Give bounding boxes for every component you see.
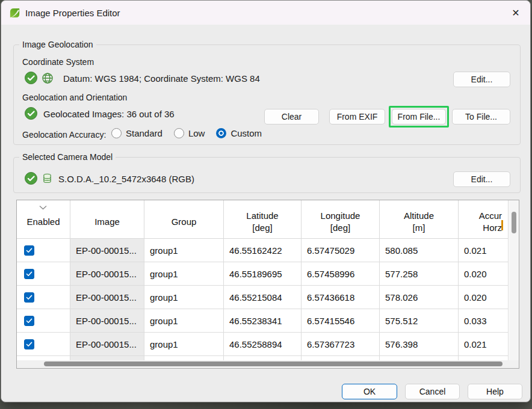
altitude-cell[interactable]: 576.398 xyxy=(380,333,459,355)
radio-label: Standard xyxy=(126,128,162,138)
longitude-cell[interactable]: 6.57458996 xyxy=(302,262,380,285)
status-ok-icon xyxy=(25,72,37,84)
radio-option-standard[interactable]: Standard xyxy=(111,128,162,138)
to-file-button[interactable]: To File... xyxy=(452,109,510,125)
image-cell[interactable]: EP-00-00015... xyxy=(70,286,144,309)
column-header-group[interactable]: Group xyxy=(144,200,224,238)
enabled-cell xyxy=(17,262,70,285)
enabled-checkbox[interactable] xyxy=(24,339,34,349)
image-cell[interactable]: EP-00-00015... xyxy=(70,309,144,332)
group-cell[interactable]: group1 xyxy=(144,333,224,355)
enabled-checkbox[interactable] xyxy=(24,269,34,279)
longitude-cell[interactable]: 6.57415546 xyxy=(302,309,380,332)
enabled-checkbox[interactable] xyxy=(24,316,34,326)
camera-model-text: S.O.D.A._10.2_5472x3648 (RGB) xyxy=(58,174,194,184)
latitude-cell[interactable]: 46.55258894 xyxy=(224,333,302,355)
column-header-image[interactable]: Image xyxy=(70,200,144,238)
image-cell[interactable]: EP-00-00015... xyxy=(70,333,144,355)
horizontal-scrollbar-thumb[interactable] xyxy=(44,361,503,366)
column-header-latitude[interactable]: Latitude [deg] xyxy=(224,200,302,238)
group-cell[interactable]: group1 xyxy=(144,239,224,262)
column-edge-marker xyxy=(501,220,503,230)
group-title: Selected Camera Model xyxy=(19,152,116,162)
enabled-checkbox[interactable] xyxy=(24,245,34,256)
title-bar[interactable]: Image Properties Editor ✕ xyxy=(1,1,530,25)
accuracy-label: Geolocation Accuracy: xyxy=(22,130,106,140)
radio-option-low[interactable]: Low xyxy=(174,128,205,138)
from-file-button[interactable]: From File... xyxy=(392,109,446,125)
accuracy-horz-cell[interactable]: 0.033 xyxy=(459,309,509,332)
radio-label: Low xyxy=(188,128,205,138)
from-file-highlight: From File... xyxy=(389,106,449,128)
cancel-button[interactable]: Cancel xyxy=(405,384,460,399)
orientation-label: Geolocation and Orientation xyxy=(22,93,127,102)
enabled-checkbox[interactable] xyxy=(24,292,34,303)
vertical-scrollbar-thumb[interactable] xyxy=(512,212,516,233)
group-cell[interactable]: group1 xyxy=(144,286,224,309)
table-row: EP-00-00015...group146.552383416.5741554… xyxy=(17,309,509,333)
coordinate-edit-button[interactable]: Edit... xyxy=(453,72,510,87)
longitude-cell[interactable]: 6.57475029 xyxy=(302,239,380,262)
enabled-cell xyxy=(17,286,70,309)
image-geolocation-group: Image Geolocation Coordinate System Datu… xyxy=(13,45,521,145)
selected-camera-model-group: Selected Camera Model S.O.D.A._10.2_5472… xyxy=(13,157,521,193)
window-title: Image Properties Editor xyxy=(25,8,120,18)
horizontal-scrollbar[interactable] xyxy=(17,360,519,368)
accuracy-radio-group: Standard Low Custom xyxy=(111,128,262,138)
table-row: EP-00-00015...group146.551896956.5745899… xyxy=(17,262,509,286)
from-exif-button[interactable]: From EXIF xyxy=(329,109,385,125)
radio-label: Custom xyxy=(230,128,262,138)
datum-text: Datum: WGS 1984; Coordinate System: WGS … xyxy=(63,73,260,84)
enabled-cell xyxy=(17,309,70,332)
column-header-altitude[interactable]: Altitude [m] xyxy=(380,200,459,238)
help-button[interactable]: Help xyxy=(468,384,522,399)
image-cell[interactable]: EP-00-00015... xyxy=(70,239,144,262)
camera-database-icon xyxy=(42,173,52,183)
table-row: EP-00-00015...group146.552150846.5743661… xyxy=(17,286,509,309)
latitude-cell[interactable]: 46.55215084 xyxy=(224,286,302,309)
longitude-cell[interactable]: 6.57436618 xyxy=(302,286,380,309)
image-cell[interactable]: EP-00-00015... xyxy=(70,262,144,285)
globe-icon xyxy=(42,72,54,84)
chevron-down-icon[interactable] xyxy=(39,201,48,212)
latitude-cell[interactable]: 46.55189695 xyxy=(224,262,302,285)
status-ok-icon xyxy=(25,172,37,185)
group-cell[interactable]: group1 xyxy=(144,262,224,285)
altitude-cell[interactable]: 578.026 xyxy=(380,286,459,309)
geolocated-images-text: Geolocated Images: 36 out of 36 xyxy=(43,109,175,119)
radio-button[interactable] xyxy=(111,128,122,138)
coordinate-system-label: Coordinate System xyxy=(22,57,94,67)
latitude-cell[interactable]: 46.55238341 xyxy=(224,309,302,332)
table-row-partial xyxy=(17,356,509,360)
accuracy-horz-cell[interactable]: 0.021 xyxy=(459,333,509,355)
longitude-cell[interactable]: 6.57367723 xyxy=(302,333,380,355)
status-ok-icon xyxy=(25,107,37,120)
column-header-accuracy-horz[interactable]: Accur Horz xyxy=(459,200,509,238)
group-title: Image Geolocation xyxy=(19,40,96,49)
group-cell[interactable]: group1 xyxy=(144,309,224,332)
table-row: EP-00-00015...group146.552588946.5736772… xyxy=(17,333,509,356)
ok-button[interactable]: OK xyxy=(342,384,397,399)
app-logo-icon xyxy=(9,7,20,19)
latitude-cell[interactable]: 46.55162422 xyxy=(224,239,302,262)
camera-edit-button[interactable]: Edit... xyxy=(453,171,510,187)
clear-button[interactable]: Clear xyxy=(264,109,319,125)
accuracy-horz-cell[interactable]: 0.021 xyxy=(459,239,509,262)
altitude-cell[interactable]: 580.085 xyxy=(380,239,459,262)
enabled-cell xyxy=(17,333,70,355)
radio-button[interactable] xyxy=(216,128,226,138)
close-button[interactable]: ✕ xyxy=(504,1,528,25)
radio-button[interactable] xyxy=(174,128,184,138)
image-properties-editor-dialog: Image Properties Editor ✕ Image Geolocat… xyxy=(1,0,531,402)
radio-option-custom[interactable]: Custom xyxy=(216,128,262,138)
altitude-cell[interactable]: 577.258 xyxy=(380,262,459,285)
enabled-cell xyxy=(17,239,70,262)
table-row: EP-00-00015...group146.551624226.5747502… xyxy=(17,239,509,262)
image-table-body: EP-00-00015...group146.551624226.5747502… xyxy=(17,239,519,356)
altitude-cell[interactable]: 575.512 xyxy=(380,309,459,332)
column-header-longitude[interactable]: Longitude [deg] xyxy=(302,200,380,238)
image-table: Enabled Image Group Latitude [deg] Longi… xyxy=(16,200,519,369)
accuracy-horz-cell[interactable]: 0.020 xyxy=(459,286,509,309)
vertical-scrollbar[interactable] xyxy=(509,200,519,360)
accuracy-horz-cell[interactable]: 0.020 xyxy=(459,262,509,285)
